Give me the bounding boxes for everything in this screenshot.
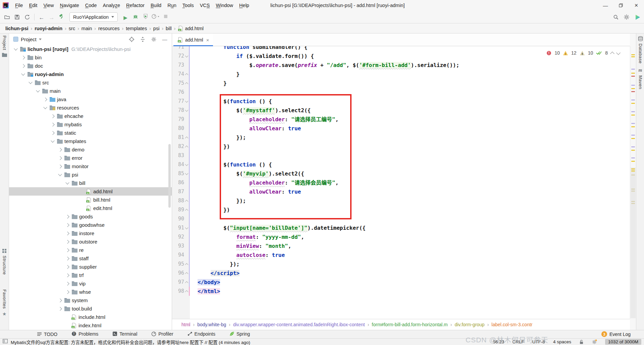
fold-marker-icon[interactable]: [184, 142, 189, 151]
tool-window-switcher-icon[interactable]: [3, 339, 8, 343]
code-line-86[interactable]: 86 placeholder: "请选择会员编号",: [172, 178, 630, 187]
editor-breadcrumb-item[interactable]: div.wrapper.wrapper-content.animated.fad…: [233, 322, 365, 327]
error-stripe[interactable]: [630, 46, 636, 319]
chevron-right-icon[interactable]: [64, 266, 71, 268]
chevron-right-icon[interactable]: [20, 56, 26, 59]
code-line-95[interactable]: 95 });: [172, 260, 630, 269]
chevron-right-icon[interactable]: [57, 165, 63, 168]
fold-marker-icon[interactable]: [184, 133, 189, 142]
breadcrumb-add.html[interactable]: Hadd.html: [178, 26, 204, 31]
chevron-down-icon[interactable]: [39, 39, 42, 40]
tree-item-goods[interactable]: goods: [9, 212, 172, 221]
tree-item-goodswhse[interactable]: goodswhse: [9, 221, 172, 229]
chevron-right-icon[interactable]: [57, 307, 63, 310]
panel-scrollbar[interactable]: [168, 144, 171, 208]
code-line-75[interactable]: 75 }: [172, 79, 630, 88]
restore-button[interactable]: [613, 0, 629, 11]
profiler-button[interactable]: [151, 12, 161, 21]
chevron-right-icon[interactable]: [64, 274, 71, 277]
chevron-right-icon[interactable]: [49, 123, 56, 126]
breadcrumb-src[interactable]: src: [69, 26, 75, 31]
fold-marker-icon[interactable]: [184, 223, 189, 232]
code-line-80[interactable]: 80 allowClear: true: [172, 124, 630, 133]
collapse-all-icon[interactable]: [138, 35, 147, 43]
tree-item-supplier[interactable]: supplier: [9, 263, 172, 271]
fold-marker-icon[interactable]: [184, 287, 189, 296]
code-line-96[interactable]: 96 </script>: [172, 269, 630, 278]
breadcrumb-psi[interactable]: psi: [153, 26, 160, 31]
toolwindow-button-todo[interactable]: TODO: [37, 332, 57, 337]
tree-item-src[interactable]: src: [9, 78, 172, 87]
chevron-right-icon[interactable]: [64, 257, 71, 260]
fold-marker-icon[interactable]: [184, 70, 189, 79]
tree-item-tool.build[interactable]: tool.build: [9, 304, 172, 313]
tree-item-mybatis[interactable]: mybatis: [9, 120, 172, 129]
tool-stripe-database[interactable]: Database: [636, 36, 644, 64]
tree-item-include.html[interactable]: Hinclude.html: [9, 313, 172, 321]
code-line-93[interactable]: 93 minView: "month",: [172, 242, 630, 251]
breadcrumb-resources[interactable]: resources: [98, 26, 120, 31]
fold-marker-icon[interactable]: [184, 79, 189, 88]
menu-item-edit[interactable]: Edit: [26, 3, 40, 8]
code-line-94[interactable]: 94 autoclose: true: [172, 251, 630, 260]
menu-item-code[interactable]: Code: [82, 3, 100, 8]
code-line-98[interactable]: 98</html>: [172, 287, 630, 296]
tree-item-main[interactable]: main: [9, 87, 172, 95]
hide-panel-icon[interactable]: —: [160, 35, 169, 43]
stop-button[interactable]: [161, 12, 171, 21]
menu-item-vcs[interactable]: VCS: [197, 3, 213, 8]
chevron-down-icon[interactable]: [42, 107, 49, 109]
editor-breadcrumb-item[interactable]: body.white-bg: [197, 322, 226, 327]
code-line-73[interactable]: 73 $.operate.save(prefix + "/add", $('#f…: [172, 61, 630, 70]
chevron-down-icon[interactable]: [12, 48, 19, 50]
code-line-74[interactable]: 74 }: [172, 70, 630, 79]
breadcrumb-main[interactable]: main: [82, 26, 92, 31]
chevron-right-icon[interactable]: [49, 115, 56, 118]
code-line-77[interactable]: 77 $(function () {: [172, 97, 630, 106]
editor-scrollbar[interactable]: [631, 167, 636, 318]
fold-marker-icon[interactable]: [184, 260, 189, 269]
code-line-97[interactable]: 97</body>: [172, 278, 630, 287]
tool-stripe-structure[interactable]: Structure: [0, 249, 9, 275]
tree-item-bill[interactable]: bill: [9, 179, 172, 187]
chevron-down-icon[interactable]: [49, 140, 56, 142]
tree-item-psi[interactable]: psi: [9, 170, 172, 179]
chevron-right-icon[interactable]: [57, 299, 63, 302]
menu-item-help[interactable]: Help: [236, 3, 252, 8]
minimize-button[interactable]: —: [598, 0, 613, 11]
toolwindow-button-endpoints[interactable]: Endpoints: [187, 331, 215, 337]
code-line-87[interactable]: 87 allowClear: true: [172, 187, 630, 196]
tree-item-system[interactable]: system: [9, 296, 172, 304]
code-line-84[interactable]: 84 $(function () {: [172, 160, 630, 169]
breadcrumb-lichun-psi[interactable]: lichun-psi: [5, 26, 28, 31]
tree-item-ruoyi-admin[interactable]: ruoyi-admin: [9, 70, 172, 78]
chevron-right-icon[interactable]: [64, 240, 71, 243]
tree-item-whse[interactable]: whse: [9, 288, 172, 296]
chevron-right-icon[interactable]: [64, 232, 71, 235]
status-message[interactable]: Mybatis文件的sql方言未配置: 方言未配置，格式化和代码补全会出问题，请…: [11, 339, 250, 345]
settings-gear-icon[interactable]: [624, 14, 630, 20]
code-line-78[interactable]: 78 $('#mystaff').select2({: [172, 106, 630, 115]
inspection-widget[interactable]: !10 !12 !10 8: [545, 50, 621, 56]
fold-marker-icon[interactable]: [184, 160, 189, 169]
tree-item-ehcache[interactable]: ehcache: [9, 112, 172, 120]
toolwindow-button-problems[interactable]: !Problems: [71, 331, 98, 337]
tree-item-re[interactable]: re: [9, 246, 172, 254]
code-line-89[interactable]: 89 }): [172, 205, 630, 214]
chevron-right-icon[interactable]: [64, 224, 71, 226]
file-encoding[interactable]: UTF-8: [532, 339, 545, 344]
tree-item-demo[interactable]: demo: [9, 145, 172, 154]
tree-item-instore[interactable]: instore: [9, 229, 172, 237]
plugin-logo-icon[interactable]: [634, 14, 641, 20]
forward-button[interactable]: →: [47, 13, 57, 22]
editor-breadcrumb-item[interactable]: form#form-bill-add.form-horizontal.m: [372, 322, 447, 327]
close-tab-icon[interactable]: ×: [206, 37, 209, 43]
event-log-button[interactable]: 3 Event Log: [601, 330, 631, 338]
next-problem-icon[interactable]: [616, 51, 621, 55]
fold-marker-icon[interactable]: [184, 205, 189, 214]
memory-indicator[interactable]: 1032 of 3000M: [605, 339, 641, 345]
coverage-button[interactable]: [141, 12, 151, 21]
chevron-down-icon[interactable]: [64, 182, 71, 184]
code-line-88[interactable]: 88 });: [172, 196, 630, 205]
gear-badge-icon[interactable]: [592, 339, 597, 344]
